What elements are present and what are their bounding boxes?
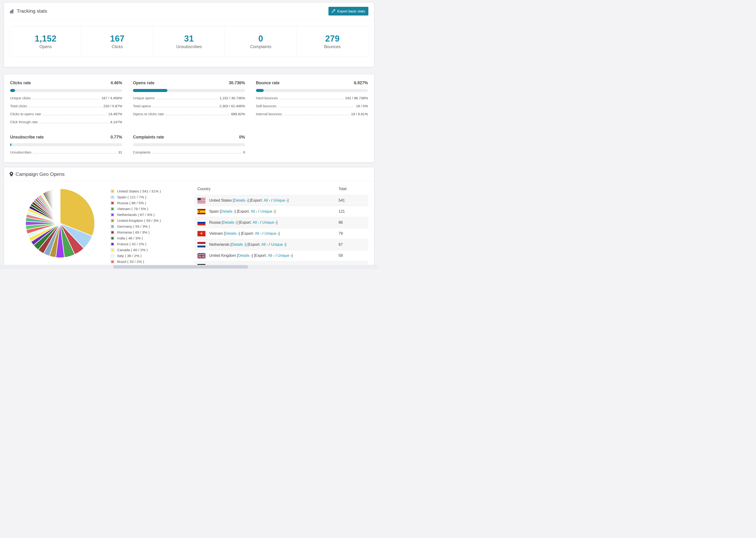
bar-chart-icon bbox=[10, 9, 14, 13]
rate-value: 0.77% bbox=[111, 135, 122, 140]
legend-label: United Kingdom ( 59 / 3% ) bbox=[117, 219, 161, 223]
rate-stat-row: Internal bounces19 / 6.81% bbox=[256, 112, 368, 116]
rate-value: 4.46% bbox=[111, 81, 122, 85]
rate-stat-row: Unique opens1,152 / 30.736% bbox=[133, 96, 245, 100]
details-link[interactable]: Details › bbox=[225, 232, 239, 236]
export-unique-link[interactable]: Unique › bbox=[271, 242, 285, 247]
stat-cell-clicks: 167Clicks bbox=[81, 26, 153, 57]
rate-title: Complaints rate bbox=[133, 135, 164, 140]
legend-swatch bbox=[111, 207, 114, 211]
geo-table: Country Total United States [Details ›] … bbox=[195, 184, 368, 268]
summary-stats-panel: 1,152Opens167Clicks31Unsubscribes0Compla… bbox=[10, 26, 368, 57]
rate-stat-row: Total clicks220 / 5.87% bbox=[10, 104, 122, 108]
legend-label: Russia ( 86 / 5% ) bbox=[117, 201, 146, 205]
legend-item: Germany ( 55 / 3% ) bbox=[111, 224, 188, 229]
legend-swatch bbox=[111, 195, 114, 199]
total-cell: 59 bbox=[339, 253, 365, 258]
legend-item: Italy ( 36 / 2% ) bbox=[111, 254, 188, 258]
legend-swatch bbox=[111, 231, 114, 234]
export-unique-link[interactable]: Unique › bbox=[262, 220, 276, 225]
total-cell: 86 bbox=[339, 220, 365, 225]
rate-stat-row: Unsubscribes31 bbox=[10, 150, 122, 154]
export-all-link[interactable]: All › bbox=[251, 209, 257, 214]
legend-label: Germany ( 55 / 3% ) bbox=[117, 224, 150, 229]
legend-swatch bbox=[111, 242, 114, 246]
stat-value: 279 bbox=[325, 34, 340, 44]
export-icon bbox=[332, 9, 336, 13]
details-link[interactable]: Details › bbox=[221, 209, 235, 214]
nl-flag-icon bbox=[197, 242, 205, 247]
export-unique-link[interactable]: Unique › bbox=[278, 253, 292, 258]
legend-item: Vietnam ( 79 / 5% ) bbox=[111, 207, 188, 211]
legend-swatch bbox=[111, 189, 114, 193]
geo-table-row: United Kingdom [Details ›] [Export: All … bbox=[195, 250, 368, 261]
geo-table-row: Vietnam [Details ›] [Export: All › / Uni… bbox=[195, 228, 368, 239]
export-all-link[interactable]: All › bbox=[268, 253, 274, 258]
us-flag-icon bbox=[197, 198, 205, 203]
rate-block-unsubscribe-rate: Unsubscribe rate0.77%Unsubscribes31 bbox=[10, 135, 122, 154]
total-cell: 79 bbox=[339, 232, 365, 236]
stat-value: 167 bbox=[110, 34, 125, 44]
rate-block-bounce-rate: Bounce rate6.927%Hard bounces242 / 86.73… bbox=[256, 81, 368, 124]
horizontal-scrollbar-thumb[interactable] bbox=[113, 265, 248, 269]
tracking-stats-header: Tracking stats Export basic stats bbox=[4, 3, 374, 20]
stat-label: Clicks bbox=[112, 44, 123, 49]
country-cell: United Kingdom [Details ›] [Export: All … bbox=[209, 253, 339, 258]
country-cell: Vietnam [Details ›] [Export: All › / Uni… bbox=[209, 232, 339, 236]
export-unique-link[interactable]: Unique › bbox=[264, 232, 279, 236]
country-column-header: Country bbox=[197, 187, 339, 191]
export-all-link[interactable]: All › bbox=[261, 242, 268, 247]
stat-cell-opens: 1,152Opens bbox=[10, 26, 81, 57]
legend-swatch bbox=[111, 225, 114, 228]
stat-value: 31 bbox=[184, 34, 194, 44]
legend-label: Spain ( 121 / 7% ) bbox=[117, 195, 146, 199]
rate-title: Bounce rate bbox=[256, 81, 280, 85]
rate-stat-row: Opens to clicks rate689.82% bbox=[133, 112, 245, 116]
details-link[interactable]: Details › bbox=[223, 220, 237, 225]
details-link[interactable]: Details › bbox=[238, 253, 252, 258]
rate-stat-row: Unique clicks167 / 4.456% bbox=[10, 96, 122, 100]
legend-label: Romania ( 49 / 3% ) bbox=[117, 230, 149, 235]
stat-cell-complaints: 0Complaints bbox=[225, 26, 297, 57]
rate-block-clicks-rate: Clicks rate4.46%Unique clicks167 / 4.456… bbox=[10, 81, 122, 124]
rate-block-complaints-rate: Complaints rate0%Complaints0 bbox=[133, 135, 245, 154]
legend-label: Brazil ( 33 / 2% ) bbox=[117, 260, 144, 264]
legend-label: Vietnam ( 79 / 5% ) bbox=[117, 207, 148, 211]
rates-grid: Clicks rate4.46%Unique clicks167 / 4.456… bbox=[10, 81, 368, 154]
export-all-link[interactable]: All › bbox=[264, 198, 270, 202]
legend-swatch bbox=[111, 219, 114, 223]
es-flag-icon bbox=[197, 209, 205, 214]
legend-swatch bbox=[111, 201, 114, 205]
total-cell: 541 bbox=[339, 198, 365, 202]
stat-label: Opens bbox=[39, 44, 52, 49]
rate-progress-bar bbox=[256, 89, 368, 92]
legend-label: United States ( 541 / 31% ) bbox=[117, 189, 161, 193]
export-unique-link[interactable]: Unique › bbox=[260, 209, 274, 214]
details-link[interactable]: Details › bbox=[232, 242, 245, 247]
rate-progress-bar bbox=[133, 89, 245, 92]
rate-stat-row: Total opens2,303 / 61.446% bbox=[133, 104, 245, 108]
rate-progress-bar bbox=[10, 143, 122, 146]
rate-stat-row: Soft bounces18 / 0% bbox=[256, 104, 368, 108]
stat-cell-unsubscribes: 31Unsubscribes bbox=[153, 26, 225, 57]
vn-flag-icon bbox=[197, 231, 205, 237]
geo-header: Campaign Geo Opens bbox=[4, 167, 374, 181]
legend-item: Spain ( 121 / 7% ) bbox=[111, 195, 188, 199]
export-all-link[interactable]: All › bbox=[253, 220, 259, 225]
details-link[interactable]: Details › bbox=[234, 198, 248, 202]
legend-swatch bbox=[111, 260, 114, 264]
geo-table-header: Country Total bbox=[195, 184, 368, 195]
legend-item: United States ( 541 / 31% ) bbox=[111, 189, 188, 193]
legend-swatch bbox=[111, 213, 114, 217]
export-all-link[interactable]: All › bbox=[255, 232, 261, 236]
rate-value: 0% bbox=[239, 135, 245, 140]
export-unique-link[interactable]: Unique › bbox=[273, 198, 287, 202]
export-basic-stats-button[interactable]: Export basic stats bbox=[328, 7, 368, 16]
stat-value: 1,152 bbox=[35, 34, 57, 44]
legend-item: Russia ( 86 / 5% ) bbox=[111, 201, 188, 205]
rate-stat-row: Complaints0 bbox=[133, 150, 245, 154]
geo-title: Campaign Geo Opens bbox=[16, 171, 65, 177]
stat-label: Bounces bbox=[324, 44, 341, 49]
legend-swatch bbox=[111, 248, 114, 252]
legend-label: Italy ( 36 / 2% ) bbox=[117, 254, 141, 258]
